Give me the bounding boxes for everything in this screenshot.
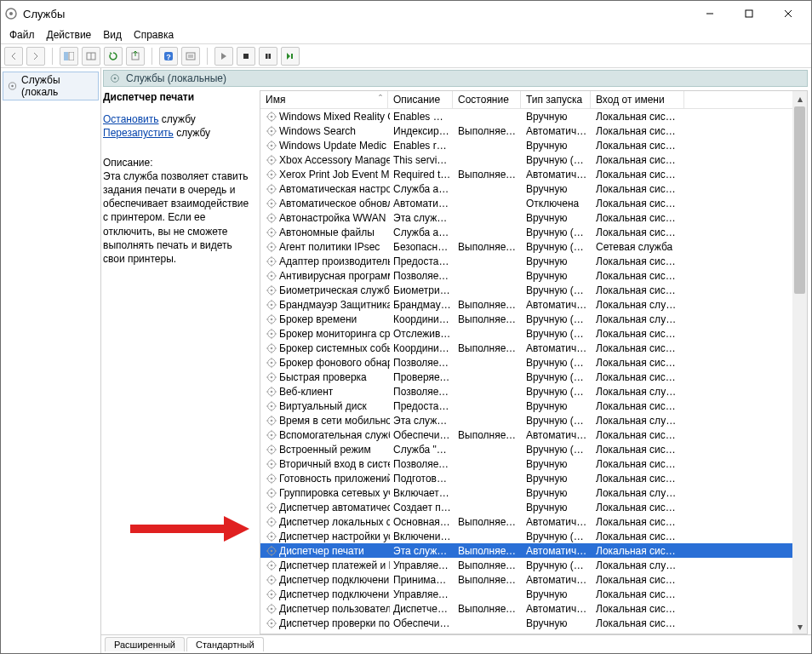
svg-rect-24 [130,525,224,533]
svg-point-224 [271,593,273,595]
svg-point-170 [271,462,273,465]
svg-point-164 [271,448,273,450]
services-app-icon [4,7,18,20]
restart-service-button[interactable] [281,47,300,66]
tab-standard[interactable]: Стандартный [186,637,264,651]
table-row[interactable]: Вторичный вход в системуПозволяет…Вручну… [260,456,807,471]
column-name[interactable]: Имяˆ [260,91,388,108]
svg-point-32 [271,129,273,132]
column-startup[interactable]: Тип запуска [521,91,591,108]
table-row[interactable]: Встроенный режимСлужба "В…Вручную (ак…Ло… [260,442,807,456]
menu-help[interactable]: Справка [134,29,174,41]
table-row[interactable]: Веб-клиентПозволяет…Вручную (ак…Локальна… [260,384,807,399]
column-description[interactable]: Описание [388,91,453,108]
scrollbar[interactable]: ▴ ▾ [792,91,807,634]
table-row[interactable]: Агент политики IPsecБезопасно…Выполняетс… [260,239,807,254]
table-row[interactable]: Диспетчер автоматически…Создает п…Вручну… [260,500,807,514]
start-service-button[interactable] [214,47,233,66]
scroll-up-button[interactable]: ▴ [792,91,807,106]
pause-service-button[interactable] [259,47,277,66]
forward-button[interactable] [26,47,45,66]
table-row[interactable]: Брокер фонового обнару…Позволяет…Вручную… [260,355,807,370]
stop-service-button[interactable] [237,47,255,66]
scroll-down-button[interactable]: ▾ [792,619,807,634]
table-row[interactable]: Windows Mixed Reality Op…Enables Mi…Вруч… [260,109,807,123]
table-row[interactable]: Брандмауэр Защитника W…Брандмау…Выполняе… [260,297,807,312]
table-row[interactable]: Автонастройка WWANЭта служб…ВручнуюЛокал… [260,210,807,225]
svg-point-98 [271,289,273,291]
table-row[interactable]: Автоматическое обновле…Автомати…Отключен… [260,196,807,210]
stop-service-link[interactable]: Остановить [103,113,159,125]
svg-point-23 [114,77,117,80]
column-logon[interactable]: Вход от имени [591,91,684,108]
description-label: Описание: [103,156,254,169]
table-row[interactable]: Время в сети мобильной с…Эта служб…Вручн… [260,413,807,427]
table-row[interactable]: Диспетчер печатиЭта служб…ВыполняетсяАвт… [260,543,807,558]
titlebar: Службы [1,1,811,26]
table-row[interactable]: Windows SearchИндексир…ВыполняетсяАвтома… [260,123,807,138]
table-row[interactable]: Брокер времениКоордини…ВыполняетсяВручну… [260,312,807,326]
table-row[interactable]: Группировка сетевых учас…Включает …Вручн… [260,485,807,500]
svg-point-218 [271,578,273,581]
svg-point-176 [271,477,273,479]
help-button[interactable]: ? [159,47,178,66]
refresh-button[interactable] [104,47,123,66]
toolbar: ? [1,44,811,68]
details-pane: Диспетчер печати Остановить службу Перез… [103,90,254,634]
column-state[interactable]: Состояние [453,91,521,108]
table-row[interactable]: Windows Update Medic Ser…Enables re…Вруч… [260,138,807,152]
table-row[interactable]: Автоматическая настройк…Служба ав…Вручну… [260,181,807,196]
table-row[interactable]: Xbox Accessory Manageme…This servic…Вруч… [260,152,807,167]
svg-point-206 [271,549,273,552]
svg-point-26 [271,115,273,118]
table-row[interactable]: Брокер мониторинга сред…Отслежив…Вручную… [260,326,807,341]
table-row[interactable]: Готовность приложенийПодготовк…ВручнуюЛо… [260,471,807,485]
annotation-arrow [130,516,249,542]
svg-point-236 [271,622,273,624]
table-row[interactable]: Автономные файлыСлужба ав…Вручную (ак…Ло… [260,225,807,239]
svg-point-188 [271,506,273,508]
svg-point-21 [11,85,13,87]
back-button[interactable] [4,47,23,66]
tab-extended[interactable]: Расширенный [105,637,185,651]
scroll-thumb[interactable] [794,106,805,294]
minimize-button[interactable] [690,1,729,26]
table-row[interactable]: Диспетчер настройки устр…Включени…Вручну… [260,529,807,543]
close-button[interactable] [769,1,808,26]
action-list-button[interactable] [181,47,200,66]
table-row[interactable]: Антивирусная программа …Позволяет…Вручну… [260,268,807,283]
service-rows[interactable]: Windows Mixed Reality Op…Enables Mi…Вруч… [260,109,807,634]
restart-service-link[interactable]: Перезапустить [103,127,174,139]
table-row[interactable]: Диспетчер проверки подл…Обеспечи…Вручную… [260,616,807,630]
menu-view[interactable]: Вид [103,29,122,41]
table-row[interactable]: Xerox Print Job Event Mana…Required t…Вы… [260,167,807,181]
table-row[interactable]: Диспетчер пользователейДиспетчер…Выполня… [260,601,807,616]
table-row[interactable]: Адаптер производительно…Предостав…Вручну… [260,254,807,268]
svg-point-68 [271,216,273,219]
svg-point-92 [271,274,273,277]
table-row[interactable]: Быстрая проверкаПроверяет…Вручную (ак…Ло… [260,370,807,384]
menu-file[interactable]: Файл [9,29,35,41]
svg-point-74 [271,231,273,233]
properties-button[interactable] [82,47,100,66]
column-headers: Имяˆ Описание Состояние Тип запуска Вход… [260,91,807,109]
svg-rect-7 [69,52,74,60]
show-hide-tree-button[interactable] [60,47,78,66]
window-title: Службы [23,8,65,20]
svg-point-146 [271,404,273,407]
table-row[interactable]: Диспетчер подключений …Управляет…Вручную… [260,587,807,601]
pane-title: Службы (локальные) [126,72,226,84]
table-row[interactable]: Биометрическая служба …Биометри…Вручную … [260,283,807,297]
menu-action[interactable]: Действие [47,29,92,41]
export-button[interactable] [126,47,145,66]
table-row[interactable]: Брокер системных событийКоордини…Выполня… [260,341,807,355]
table-row[interactable]: Виртуальный дискПредостав…ВручнуюЛокальн… [260,399,807,413]
table-row[interactable]: Диспетчер локальных сеа…Основная …Выполн… [260,514,807,529]
table-row[interactable]: Вспомогательная служба IPОбеспечи…Выполн… [260,427,807,442]
table-row[interactable]: Диспетчер платежей и NF…Управляет…Выполн… [260,558,807,572]
tree-root-services[interactable]: Службы (локаль [3,72,99,100]
maximize-button[interactable] [729,1,769,26]
svg-point-200 [271,535,273,537]
table-row[interactable]: Диспетчер подключений …Принимае…Выполняе… [260,572,807,587]
svg-point-50 [271,173,273,175]
